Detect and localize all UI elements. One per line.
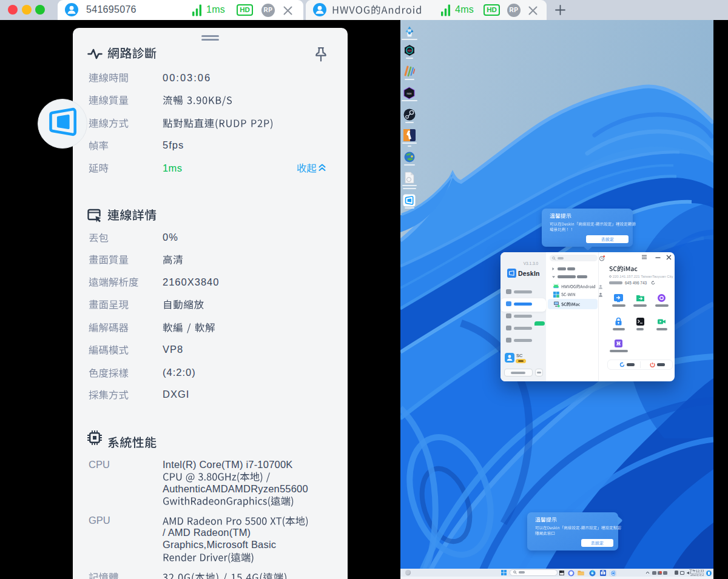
svg-text:nox: nox xyxy=(407,49,412,52)
svg-text:nox: nox xyxy=(406,91,412,95)
